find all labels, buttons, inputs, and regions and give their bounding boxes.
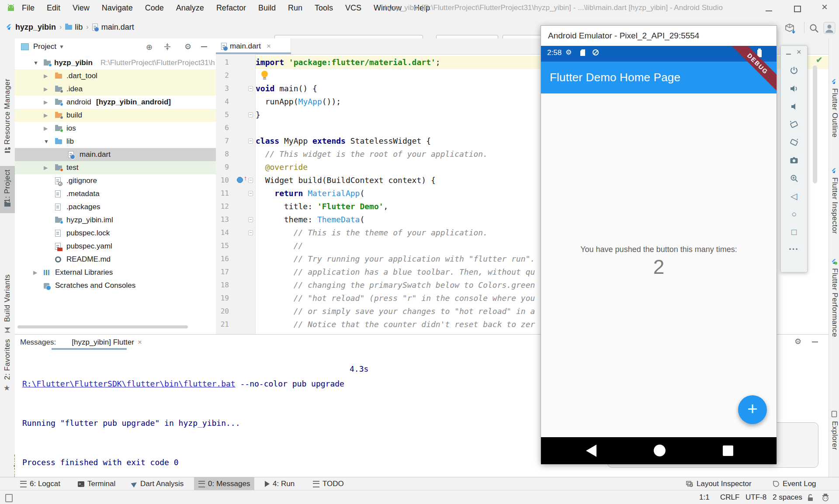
emulator-more-button[interactable]: ••• [781,246,807,259]
tree-row-gitignore[interactable]: .gitignore [15,174,216,187]
readonly-lock-icon[interactable] [807,494,814,501]
expand-arrow-icon[interactable]: ▶ [44,125,48,131]
fold-marker[interactable] [248,86,253,91]
expand-arrow-icon[interactable]: ▼ [44,138,49,145]
menu-build[interactable]: Build [258,3,276,13]
close-icon[interactable]: × [267,42,271,51]
project-view-selector[interactable]: Project [33,42,56,51]
tree-row-root[interactable]: ▼ hyzp_yibin R:\FlutterProject\FlutterPr… [15,56,216,69]
collapse-all-icon[interactable] [163,43,171,51]
file-encoding[interactable]: UTF-8 [745,490,766,504]
tab-flutter-messages[interactable]: [hyzp_yibin] Flutter [72,338,134,347]
strip-project[interactable]: 1: Project [3,169,12,203]
strip-build-variants[interactable]: Build Variants [3,274,12,322]
fold-marker[interactable] [248,138,253,144]
expand-arrow-icon[interactable]: ▶ [44,73,48,79]
toolwindow-terminal[interactable]: >_Terminal [73,477,120,490]
tree-row-build[interactable]: ▶ build [15,109,216,122]
menu-tools[interactable]: Tools [315,3,333,13]
nav-back-button[interactable] [586,445,596,457]
fold-marker[interactable] [248,217,253,222]
breadcrumb-file[interactable]: main.dart [101,23,134,32]
expand-arrow-icon[interactable]: ▶ [33,269,37,276]
tree-row-scratches[interactable]: Scratches and Consoles [15,279,216,292]
nav-home-button[interactable] [654,445,666,456]
emulator-zoom-button[interactable] [781,172,807,185]
console-link[interactable]: R:\Flutter\FlutterSDK\flutter\bin\flutte… [22,379,236,388]
strip-flutter-inspector[interactable]: Flutter Inspector [830,177,839,234]
hide-panel-icon[interactable] [201,46,207,47]
emulator-home-button[interactable]: ○ [781,208,807,221]
menu-refactor[interactable]: Refactor [216,3,246,13]
minimize-button[interactable] [766,10,772,11]
nav-overview-button[interactable] [723,445,733,456]
close-icon[interactable]: × [138,338,142,347]
expand-arrow-icon[interactable]: ▶ [44,99,48,105]
emulator-screenshot-button[interactable] [781,154,807,167]
indent-setting[interactable]: 2 spaces [773,490,802,504]
emulator-minimize-button[interactable] [786,54,791,55]
strip-flutter-outline[interactable]: Flutter Outline [830,88,839,138]
tree-row-iml[interactable]: hyzp_yibin.iml [15,214,216,227]
tree-row-lib[interactable]: ▼ lib [15,135,216,148]
menu-run[interactable]: Run [288,3,302,13]
tree-row-metadata[interactable]: .metadata [15,187,216,200]
line-separator[interactable]: CRLF [720,490,739,504]
expand-arrow-icon[interactable]: ▶ [44,165,48,171]
strip-flutter-performance[interactable]: Flutter Performance [830,268,839,337]
strip-resource-manager[interactable]: Resource Manager [3,79,12,145]
toolwindow-logcat[interactable]: 6: Logcat [16,477,65,490]
toolwindow-event-log[interactable]: Event Log [768,477,821,490]
toolwindow-todo[interactable]: TODO [309,477,348,490]
emulator-volume-up-button[interactable] [781,82,807,95]
tree-row-packages[interactable]: .packages [15,200,216,214]
expand-arrow-icon[interactable]: ▶ [44,112,48,118]
fold-marker[interactable] [248,191,253,196]
menu-code[interactable]: Code [145,3,164,13]
locate-file-icon[interactable]: ⊕ [146,42,153,52]
tree-row-idea[interactable]: ▶ .idea [15,83,216,96]
tree-row-android[interactable]: ▶ android [hyzp_yibin_android] [15,96,216,109]
menu-view[interactable]: View [73,3,90,13]
menu-file[interactable]: File [22,3,35,13]
fold-marker[interactable] [248,230,253,235]
toolwindow-switcher-icon[interactable] [5,494,13,502]
search-icon[interactable] [808,23,820,34]
emulator-volume-down-button[interactable] [781,100,807,113]
avatar[interactable] [823,22,836,34]
horizontal-scrollbar[interactable] [17,325,188,328]
menu-vcs[interactable]: VCS [345,3,361,13]
override-arrow-icon[interactable]: ↑ [244,174,247,182]
emulator-power-button[interactable] [781,64,807,77]
fab-increment-button[interactable]: + [738,395,767,424]
emulator-rotate-left-button[interactable] [781,118,807,131]
maximize-button[interactable] [794,6,801,12]
tree-row-test[interactable]: ▶ test [15,161,216,174]
caret-position[interactable]: 1:1 [699,490,710,504]
strip-favorites[interactable]: 2: Favorites [3,339,12,380]
emulator-overview-button[interactable]: □ [781,226,807,239]
inspection-status-icon[interactable]: ✔ [816,55,822,65]
tree-row-dart-tool[interactable]: ▶ .dart_tool [15,69,216,83]
strip-device-file-explorer[interactable]: Device File Explorer [830,421,839,477]
menu-navigate[interactable]: Navigate [102,3,133,13]
menu-analyze[interactable]: Analyze [176,3,204,13]
emulator-close-button[interactable]: × [797,48,801,57]
gear-icon[interactable]: ⚙ [794,337,801,346]
highlighting-level-icon[interactable] [822,494,829,501]
tab-main-dart[interactable]: main.dart × [216,38,291,54]
emulator-rotate-right-button[interactable] [781,136,807,149]
hide-panel-icon[interactable] [812,342,818,342]
toolwindow-messages[interactable]: 0: Messages [194,477,254,490]
emulator-title-bar[interactable]: Android Emulator - Pixel_2_API_29:5554 [541,26,777,46]
breadcrumb-dir[interactable]: lib [75,23,83,32]
sdk-manager-icon[interactable] [784,23,796,35]
tree-row-ios[interactable]: ▶ ios [15,122,216,135]
override-gutter-icon[interactable] [237,177,243,183]
expand-arrow-icon[interactable]: ▶ [44,86,48,92]
tree-row-main-dart[interactable]: main.dart [15,148,216,161]
emulator-back-button[interactable]: ◁ [781,190,807,204]
fold-marker[interactable] [248,112,253,117]
toolwindow-layout-inspector[interactable]: Layout Inspector [682,477,756,490]
close-button[interactable]: × [822,1,828,13]
